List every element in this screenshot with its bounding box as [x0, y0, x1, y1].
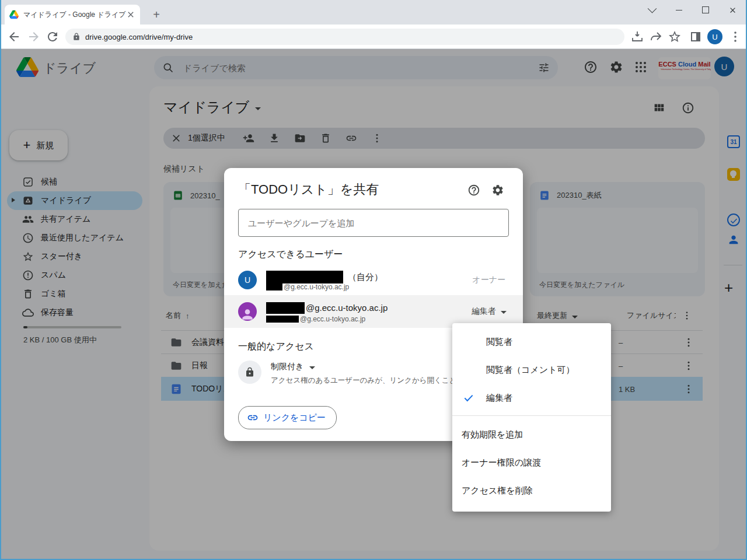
people-with-access-header: アクセスできるユーザー — [238, 249, 343, 261]
maximize-icon — [702, 6, 709, 13]
browser-toolbar: drive.google.com/drive/my-drive U — [0, 24, 747, 49]
tab-strip: マイドライブ - Google ドライブ + — [0, 0, 747, 24]
add-people-input[interactable] — [238, 209, 509, 237]
reload-icon[interactable] — [46, 30, 60, 44]
drive-favicon — [9, 10, 19, 19]
editor-name-suffix: @g.ecc.u-tokyo.ac.jp — [306, 303, 388, 313]
window-maximize-button[interactable] — [692, 0, 719, 20]
forward-icon[interactable] — [27, 30, 41, 44]
menu-divider — [452, 415, 611, 416]
redacted-name — [266, 302, 305, 314]
settings-gear-icon[interactable] — [491, 184, 504, 197]
copy-link-button[interactable]: リンクをコピー — [238, 406, 337, 429]
browser-tab[interactable]: マイドライブ - Google ドライブ — [5, 5, 140, 24]
owner-role-label: オーナー — [472, 275, 505, 285]
lock-icon — [72, 33, 81, 41]
close-icon — [728, 6, 737, 15]
new-tab-button[interactable]: + — [148, 6, 165, 23]
tab-search-button[interactable] — [638, 0, 665, 20]
chevron-down-icon — [647, 4, 657, 13]
address-bar[interactable]: drive.google.com/drive/my-drive — [65, 29, 624, 45]
bookmark-star-icon[interactable] — [668, 30, 682, 44]
chevron-down-icon — [501, 311, 507, 314]
minimize-icon — [676, 10, 682, 10]
chevron-down-icon — [309, 366, 315, 369]
browser-window: マイドライブ - Google ドライブ + drive.google.com/… — [0, 0, 747, 560]
share-icon[interactable] — [649, 30, 663, 44]
general-access-header: 一般的なアクセス — [238, 341, 314, 353]
tab-close-icon[interactable] — [126, 10, 135, 19]
install-icon[interactable] — [630, 30, 644, 44]
check-icon — [463, 392, 474, 404]
owner-email: @g.ecc.u-tokyo.ac.jp — [284, 283, 349, 291]
access-row-owner[interactable]: U （自分） @g.ecc.u-tokyo.ac.jp オーナー — [224, 265, 523, 295]
restricted-lock-icon — [238, 360, 261, 384]
redacted-name — [266, 271, 343, 284]
window-border-left — [0, 0, 1, 560]
menu-item-editor[interactable]: 編集者 — [452, 384, 611, 412]
side-panel-icon[interactable] — [689, 30, 703, 44]
tab-title: マイドライブ - Google ドライブ — [23, 10, 126, 20]
back-icon[interactable] — [7, 30, 21, 44]
menu-item-viewer[interactable]: 閲覧者 — [452, 328, 611, 356]
menu-item-commenter[interactable]: 閲覧者（コメント可） — [452, 356, 611, 384]
link-icon — [247, 412, 259, 424]
window-close-button[interactable] — [719, 0, 746, 20]
redacted-email-prefix — [266, 316, 299, 323]
general-access-dropdown[interactable]: 制限付き — [271, 362, 315, 372]
dialog-title: 「TODOリスト」を共有 — [238, 181, 379, 198]
browser-avatar[interactable]: U — [707, 29, 722, 44]
browser-menu-icon[interactable] — [728, 30, 742, 44]
url-text: drive.google.com/drive/my-drive — [85, 33, 193, 41]
editor-email: @g.ecc.u-tokyo.ac.jp — [300, 315, 365, 323]
editor-role-dropdown[interactable]: 編集者 — [472, 306, 507, 317]
menu-item-add-expiration[interactable]: 有効期限を追加 — [452, 421, 611, 449]
owner-self-label: （自分） — [348, 272, 383, 283]
menu-item-transfer-ownership[interactable]: オーナー権限の譲渡 — [452, 449, 611, 477]
help-icon[interactable] — [467, 184, 480, 197]
editor-avatar — [238, 302, 257, 321]
menu-item-remove-access[interactable]: アクセス権を削除 — [452, 477, 611, 505]
redacted-email-prefix — [266, 284, 282, 290]
owner-avatar: U — [238, 271, 257, 289]
window-minimize-button[interactable] — [665, 0, 692, 20]
role-menu: 閲覧者 閲覧者（コメント可） 編集者 有効期限を追加 オーナー権限の譲渡 アクセ… — [452, 323, 611, 512]
